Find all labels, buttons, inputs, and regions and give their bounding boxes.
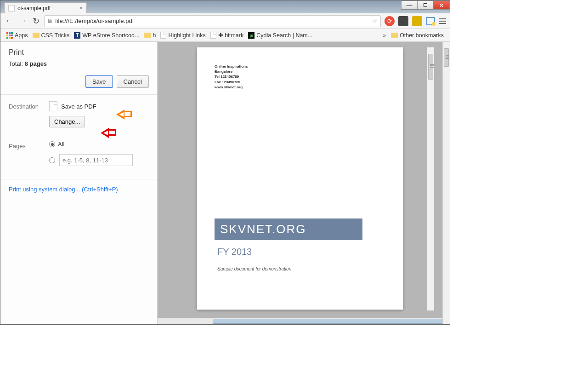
pdf-icon xyxy=(49,101,57,111)
destination-label: Destination xyxy=(9,101,49,110)
cancel-button[interactable]: Cancel xyxy=(117,75,149,88)
extension-open-icon[interactable] xyxy=(412,16,422,26)
page-icon: 🗎 xyxy=(47,17,53,24)
print-total: Total: 8 pages xyxy=(9,60,149,67)
pages-all-label: All xyxy=(58,141,64,148)
bookmark-item[interactable]: Highlight Links xyxy=(158,32,208,39)
extension-chart-icon[interactable] xyxy=(398,16,408,26)
folder-icon xyxy=(391,33,398,38)
favicon-icon: pi xyxy=(248,32,254,39)
back-button[interactable]: ← xyxy=(4,16,14,26)
other-bookmarks-button[interactable]: Other bookmarks xyxy=(389,32,446,39)
apps-label: Apps xyxy=(15,32,28,39)
maximize-button[interactable] xyxy=(417,0,434,10)
doc-subtitle: FY 2013 xyxy=(217,247,385,257)
address-text: file:///E:/temp/oi/oi-sample.pdf xyxy=(55,17,134,24)
extension-frame-icon[interactable] xyxy=(426,17,435,25)
system-dialog-link[interactable]: Print using system dialog... (Ctrl+Shift… xyxy=(0,179,157,199)
destination-value: Save as PDF xyxy=(61,103,96,110)
bookmark-item[interactable]: piCydia Search | Nam... xyxy=(246,32,315,39)
browser-window: — × oi-sample.pdf × ← → ↻ 🗎 file:///E:/t… xyxy=(0,0,450,325)
preview-horizontal-scrollbar[interactable] xyxy=(158,318,442,324)
window-controls: — × xyxy=(401,0,450,10)
change-destination-button[interactable]: Change... xyxy=(49,116,85,127)
print-title: Print xyxy=(9,48,149,57)
tab-strip: oi-sample.pdf × xyxy=(0,0,450,13)
folder-icon xyxy=(144,33,151,38)
print-sidebar: Print Total: 8 pages Save Cancel Destina… xyxy=(0,42,158,324)
page-vertical-scrollbar[interactable] xyxy=(442,42,450,324)
doc-description: Sample document for demonstration xyxy=(217,266,385,271)
apps-button[interactable]: Apps xyxy=(4,32,30,39)
bookmark-item[interactable]: h xyxy=(141,32,158,39)
favicon-icon xyxy=(8,5,15,12)
address-bar[interactable]: 🗎 file:///E:/temp/oi/oi-sample.pdf ☆ xyxy=(44,15,381,27)
tab-close-icon[interactable]: × xyxy=(79,5,83,12)
bookmark-item[interactable]: TWP eStore Shortcod... xyxy=(72,32,141,39)
page-icon xyxy=(210,32,216,39)
pages-all-radio[interactable] xyxy=(49,141,55,147)
favicon-icon: T xyxy=(74,32,80,39)
preview-inner-scrollbar[interactable] xyxy=(427,47,434,310)
browser-tab[interactable]: oi-sample.pdf × xyxy=(4,2,87,13)
apps-grid-icon xyxy=(6,32,13,39)
bookmarks-overflow-button[interactable]: » xyxy=(380,32,389,39)
print-preview: Online Inspirations Bangalore Tel 123456… xyxy=(158,42,442,324)
close-button[interactable]: × xyxy=(433,0,450,10)
pages-range-radio[interactable] xyxy=(49,157,55,163)
nav-toolbar: ← → ↻ 🗎 file:///E:/temp/oi/oi-sample.pdf… xyxy=(0,13,450,29)
tab-title: oi-sample.pdf xyxy=(17,5,79,12)
bookmarks-bar: Apps CSS Tricks TWP eStore Shortcod... h… xyxy=(0,29,450,42)
pages-range-input[interactable] xyxy=(59,154,133,166)
folder-icon xyxy=(33,33,40,38)
save-button[interactable]: Save xyxy=(85,75,113,88)
page-icon xyxy=(160,32,166,39)
extension-stumble-icon[interactable]: ⟳ xyxy=(384,16,395,26)
preview-page: Online Inspirations Bangalore Tel 123456… xyxy=(197,47,403,310)
forward-button[interactable]: → xyxy=(18,16,28,26)
bookmark-item[interactable]: ✚ bitmark xyxy=(208,32,246,39)
pages-label: Pages xyxy=(9,141,49,150)
reload-button[interactable]: ↻ xyxy=(32,16,40,26)
doc-title-bar: SKVNET.ORG xyxy=(215,218,362,240)
bookmark-star-icon[interactable]: ☆ xyxy=(372,17,378,24)
main-menu-button[interactable] xyxy=(439,18,446,24)
minimize-button[interactable]: — xyxy=(401,0,418,10)
content-area: Print Total: 8 pages Save Cancel Destina… xyxy=(0,42,450,324)
bookmark-item[interactable]: CSS Tricks xyxy=(30,32,72,39)
